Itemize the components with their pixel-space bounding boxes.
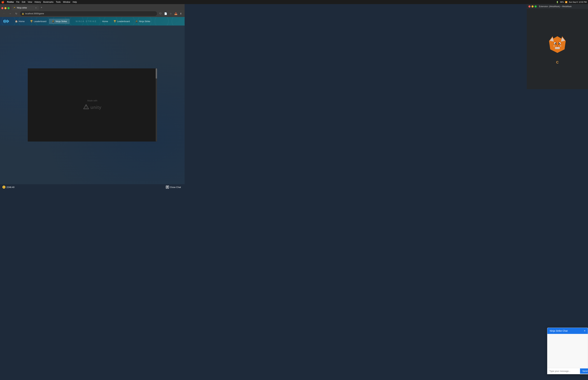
balance-value: 2248.40: [6, 186, 15, 189]
menu-history[interactable]: History: [35, 1, 41, 3]
close-chat-button[interactable]: 💬 Close Chat: [165, 185, 182, 189]
menu-firefox[interactable]: Firefox: [7, 1, 14, 3]
home-icon: 🏠: [15, 20, 18, 23]
new-tab-button[interactable]: +: [39, 5, 44, 10]
unity-logo: unity: [83, 104, 102, 110]
tab-close-button[interactable]: ✕: [35, 7, 37, 9]
nav-duplicate: NINJA STRIKE Home 🏆 Leaderboard 🥷 Ninja …: [73, 19, 153, 24]
game-area: Made with unity: [0, 25, 185, 184]
nav-leaderboard[interactable]: 🏆 Leaderboard: [27, 19, 49, 24]
nav-right-icons: 🛡 📄 ☆ 📥 ⬇: [158, 12, 183, 16]
close-window-button[interactable]: [1, 7, 3, 9]
nav-home[interactable]: 🏠 Home: [12, 19, 27, 24]
canvas-scrollbar[interactable]: [156, 68, 157, 142]
nav-leaderboard-label: Leaderboard: [34, 20, 46, 23]
menu-edit[interactable]: Edit: [22, 1, 25, 3]
leaderboard-icon: 🏆: [30, 20, 33, 23]
nav-dup-leaderboard-label: Leaderboard: [117, 20, 130, 23]
menu-view[interactable]: View: [28, 1, 32, 3]
nav-dup-ninjastrike[interactable]: 🥷 Ninja Strike: [133, 19, 153, 24]
shield-icon[interactable]: 🛡: [158, 12, 162, 16]
url-display: localhost:3000/game: [25, 12, 44, 15]
menu-window[interactable]: Window: [63, 1, 70, 3]
address-bar[interactable]: 🔒 localhost:3000/game: [20, 11, 157, 16]
forward-button[interactable]: →: [8, 11, 13, 16]
game-nav: 🏠 Home 🏆 Leaderboard 🥷 Ninja Strike NINJ…: [0, 17, 185, 25]
nav-dup-home[interactable]: Home: [99, 19, 111, 24]
nav-duplicate-title: NINJA STRIKE: [73, 20, 99, 23]
bookmark-icon[interactable]: ☆: [169, 12, 173, 16]
pocket-icon[interactable]: 📥: [174, 12, 178, 16]
nav-home-label: Home: [19, 20, 25, 23]
download-icon[interactable]: ⬇: [179, 12, 183, 16]
unity-logo-text: unity: [91, 105, 102, 110]
maximize-window-button[interactable]: [7, 7, 10, 9]
nav-dup-leaderboard[interactable]: 🏆 Leaderboard: [111, 19, 133, 24]
canvas-scrollbar-thumb: [156, 68, 157, 78]
unity-canvas[interactable]: Made with unity: [28, 68, 157, 142]
tab-title: Ninja strike: [17, 7, 27, 9]
tab-favicon: 🥷: [13, 7, 16, 9]
page-icon[interactable]: 📄: [164, 12, 168, 16]
site-logo: [3, 19, 9, 23]
ninjastrike-icon: 🥷: [52, 20, 55, 23]
browser-window: 🥷 Ninja strike ✕ + ← → ↻ 🔒 localhost:300…: [0, 4, 185, 190]
coin-balance: $ 2248.40: [2, 186, 15, 189]
minimize-window-button[interactable]: [4, 7, 6, 9]
nav-ninjastrike-label: Ninja Strike: [56, 20, 67, 23]
tab-bar: 🥷 Ninja strike ✕ +: [0, 4, 185, 10]
menu-bookmarks[interactable]: Bookmarks: [43, 1, 54, 3]
nav-dup-home-label: Home: [102, 20, 108, 23]
mac-menubar: 🍎 Firefox File Edit View History Bookmar…: [0, 0, 294, 4]
window-controls: [1, 7, 10, 9]
menu-items: Firefox File Edit View History Bookmarks…: [7, 1, 77, 3]
refresh-button[interactable]: ↻: [14, 11, 19, 16]
menu-tools[interactable]: Tools: [56, 1, 60, 3]
menu-file[interactable]: File: [16, 1, 19, 3]
coin-icon: $: [2, 186, 5, 189]
back-button[interactable]: ←: [2, 11, 6, 16]
menu-help[interactable]: Help: [73, 1, 77, 3]
close-chat-label: Close Chat: [170, 186, 181, 189]
nav-ninjastrike[interactable]: 🥷 Ninja Strike: [49, 19, 69, 24]
active-tab[interactable]: 🥷 Ninja strike ✕: [12, 5, 39, 10]
lock-icon: 🔒: [22, 13, 24, 15]
chat-bubble-icon: 💬: [166, 186, 169, 189]
made-with-text: Made with: [87, 99, 97, 102]
leaderboard2-icon: 🏆: [114, 20, 116, 23]
nav-dup-ninjastrike-label: Ninja Strike: [139, 20, 150, 23]
nav-bar: ← → ↻ 🔒 localhost:3000/game 🛡 📄 ☆ 📥 ⬇: [0, 10, 185, 17]
bottom-bar: $ 2248.40 💬 Close Chat: [0, 184, 185, 190]
unity-logo-icon: [83, 104, 89, 110]
apple-icon[interactable]: 🍎: [1, 1, 4, 3]
ninjastrike2-icon: 🥷: [135, 20, 138, 23]
